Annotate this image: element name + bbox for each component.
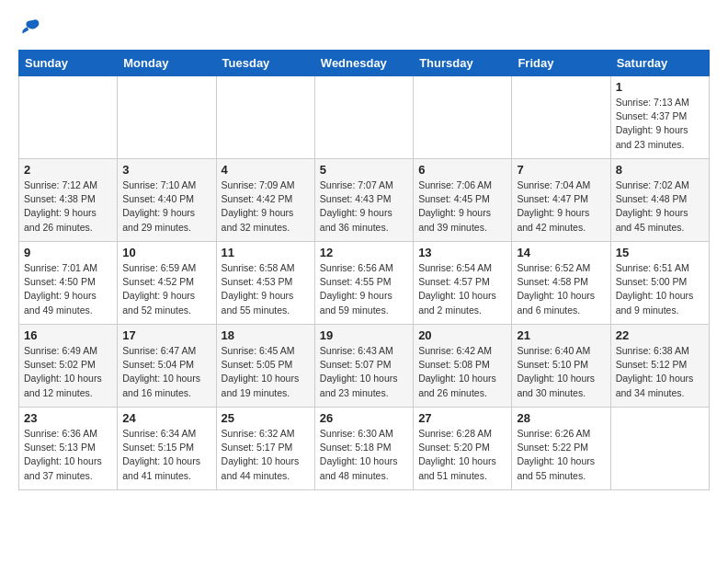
calendar-cell: 23Sunrise: 6:36 AM Sunset: 5:13 PM Dayli… — [19, 408, 118, 490]
day-info: Sunrise: 7:01 AM Sunset: 4:50 PM Dayligh… — [24, 261, 112, 317]
day-number: 18 — [222, 328, 310, 342]
calendar-cell: 20Sunrise: 6:42 AM Sunset: 5:08 PM Dayli… — [414, 325, 512, 408]
calendar-cell: 18Sunrise: 6:45 AM Sunset: 5:05 PM Dayli… — [216, 325, 314, 408]
day-number: 22 — [616, 328, 704, 342]
day-number: 8 — [616, 163, 704, 177]
day-info: Sunrise: 7:13 AM Sunset: 4:37 PM Dayligh… — [616, 96, 704, 152]
calendar-cell: 7Sunrise: 7:04 AM Sunset: 4:47 PM Daylig… — [512, 159, 610, 242]
day-info: Sunrise: 6:58 AM Sunset: 4:53 PM Dayligh… — [222, 261, 310, 317]
calendar-cell: 4Sunrise: 7:09 AM Sunset: 4:42 PM Daylig… — [216, 159, 314, 242]
calendar-cell — [314, 76, 413, 159]
day-number: 13 — [418, 246, 506, 259]
column-header-friday: Friday — [512, 51, 610, 76]
day-number: 23 — [24, 411, 112, 425]
calendar-cell: 26Sunrise: 6:30 AM Sunset: 5:18 PM Dayli… — [314, 408, 413, 490]
calendar-cell: 8Sunrise: 7:02 AM Sunset: 4:48 PM Daylig… — [610, 159, 709, 242]
calendar-cell — [512, 76, 610, 159]
day-number: 26 — [320, 411, 408, 425]
day-number: 5 — [320, 163, 408, 177]
calendar-cell: 11Sunrise: 6:58 AM Sunset: 4:53 PM Dayli… — [216, 242, 314, 325]
day-number: 12 — [320, 246, 408, 259]
column-header-tuesday: Tuesday — [216, 51, 314, 76]
calendar-cell: 6Sunrise: 7:06 AM Sunset: 4:45 PM Daylig… — [414, 159, 512, 242]
day-number: 4 — [222, 163, 310, 177]
calendar-week-row: 2Sunrise: 7:12 AM Sunset: 4:38 PM Daylig… — [19, 159, 710, 242]
calendar-cell: 24Sunrise: 6:34 AM Sunset: 5:15 PM Dayli… — [118, 408, 216, 490]
day-number: 24 — [122, 411, 210, 425]
day-info: Sunrise: 7:10 AM Sunset: 4:40 PM Dayligh… — [122, 178, 210, 235]
day-info: Sunrise: 6:36 AM Sunset: 5:13 PM Dayligh… — [24, 427, 112, 483]
calendar-cell: 10Sunrise: 6:59 AM Sunset: 4:52 PM Dayli… — [118, 242, 216, 325]
day-info: Sunrise: 6:38 AM Sunset: 5:12 PM Dayligh… — [616, 344, 704, 400]
calendar-week-row: 9Sunrise: 7:01 AM Sunset: 4:50 PM Daylig… — [19, 242, 710, 325]
calendar-cell: 5Sunrise: 7:07 AM Sunset: 4:43 PM Daylig… — [314, 159, 413, 242]
calendar-cell: 9Sunrise: 7:01 AM Sunset: 4:50 PM Daylig… — [19, 242, 118, 325]
day-info: Sunrise: 7:09 AM Sunset: 4:42 PM Dayligh… — [222, 178, 310, 235]
day-number: 16 — [24, 328, 112, 342]
calendar-cell: 14Sunrise: 6:52 AM Sunset: 4:58 PM Dayli… — [512, 242, 610, 325]
calendar-cell: 12Sunrise: 6:56 AM Sunset: 4:55 PM Dayli… — [314, 242, 413, 325]
day-info: Sunrise: 6:32 AM Sunset: 5:17 PM Dayligh… — [222, 427, 310, 483]
calendar-cell: 21Sunrise: 6:40 AM Sunset: 5:10 PM Dayli… — [512, 325, 610, 408]
day-info: Sunrise: 7:07 AM Sunset: 4:43 PM Dayligh… — [320, 178, 408, 235]
day-info: Sunrise: 7:04 AM Sunset: 4:47 PM Dayligh… — [517, 178, 605, 235]
calendar-cell — [19, 76, 118, 159]
day-info: Sunrise: 6:49 AM Sunset: 5:02 PM Dayligh… — [24, 344, 112, 400]
day-number: 25 — [222, 411, 310, 425]
day-number: 20 — [418, 328, 506, 342]
day-info: Sunrise: 6:43 AM Sunset: 5:07 PM Dayligh… — [320, 344, 408, 400]
column-header-thursday: Thursday — [414, 51, 512, 76]
day-number: 10 — [122, 246, 210, 259]
page-header — [18, 18, 710, 40]
day-info: Sunrise: 6:28 AM Sunset: 5:20 PM Dayligh… — [418, 427, 506, 483]
logo-bird-icon — [18, 18, 40, 37]
day-number: 3 — [122, 163, 210, 177]
calendar-cell: 16Sunrise: 6:49 AM Sunset: 5:02 PM Dayli… — [19, 325, 118, 408]
calendar-cell: 25Sunrise: 6:32 AM Sunset: 5:17 PM Dayli… — [216, 408, 314, 490]
day-info: Sunrise: 7:06 AM Sunset: 4:45 PM Dayligh… — [418, 178, 506, 235]
column-header-sunday: Sunday — [19, 51, 118, 76]
calendar-week-row: 23Sunrise: 6:36 AM Sunset: 5:13 PM Dayli… — [19, 408, 710, 490]
day-number: 28 — [517, 411, 605, 425]
column-header-wednesday: Wednesday — [314, 51, 413, 76]
calendar-cell: 2Sunrise: 7:12 AM Sunset: 4:38 PM Daylig… — [19, 159, 118, 242]
day-number: 19 — [320, 328, 408, 342]
column-header-saturday: Saturday — [610, 51, 709, 76]
day-number: 17 — [122, 328, 210, 342]
day-number: 2 — [24, 163, 112, 177]
day-info: Sunrise: 6:34 AM Sunset: 5:15 PM Dayligh… — [122, 427, 210, 483]
calendar-header-row: SundayMondayTuesdayWednesdayThursdayFrid… — [19, 51, 710, 76]
day-info: Sunrise: 6:56 AM Sunset: 4:55 PM Dayligh… — [320, 261, 408, 317]
day-info: Sunrise: 6:52 AM Sunset: 4:58 PM Dayligh… — [517, 261, 605, 317]
calendar-cell: 17Sunrise: 6:47 AM Sunset: 5:04 PM Dayli… — [118, 325, 216, 408]
calendar-cell — [216, 76, 314, 159]
calendar-cell — [414, 76, 512, 159]
day-number: 11 — [222, 246, 310, 259]
calendar-cell: 27Sunrise: 6:28 AM Sunset: 5:20 PM Dayli… — [414, 408, 512, 490]
day-info: Sunrise: 6:45 AM Sunset: 5:05 PM Dayligh… — [222, 344, 310, 400]
day-info: Sunrise: 6:47 AM Sunset: 5:04 PM Dayligh… — [122, 344, 210, 400]
calendar-table: SundayMondayTuesdayWednesdayThursdayFrid… — [18, 50, 710, 490]
day-info: Sunrise: 7:02 AM Sunset: 4:48 PM Dayligh… — [616, 178, 704, 235]
calendar-cell: 28Sunrise: 6:26 AM Sunset: 5:22 PM Dayli… — [512, 408, 610, 490]
logo — [18, 18, 44, 40]
day-info: Sunrise: 6:26 AM Sunset: 5:22 PM Dayligh… — [517, 427, 605, 483]
calendar-cell — [118, 76, 216, 159]
day-info: Sunrise: 6:59 AM Sunset: 4:52 PM Dayligh… — [122, 261, 210, 317]
day-info: Sunrise: 6:30 AM Sunset: 5:18 PM Dayligh… — [320, 427, 408, 483]
day-info: Sunrise: 7:12 AM Sunset: 4:38 PM Dayligh… — [24, 178, 112, 235]
day-info: Sunrise: 6:42 AM Sunset: 5:08 PM Dayligh… — [418, 344, 506, 400]
day-number: 1 — [616, 80, 704, 94]
day-number: 6 — [418, 163, 506, 177]
day-info: Sunrise: 6:51 AM Sunset: 5:00 PM Dayligh… — [616, 261, 704, 317]
column-header-monday: Monday — [118, 51, 216, 76]
calendar-cell: 13Sunrise: 6:54 AM Sunset: 4:57 PM Dayli… — [414, 242, 512, 325]
day-number: 7 — [517, 163, 605, 177]
calendar-cell: 22Sunrise: 6:38 AM Sunset: 5:12 PM Dayli… — [610, 325, 709, 408]
calendar-cell: 1Sunrise: 7:13 AM Sunset: 4:37 PM Daylig… — [610, 76, 709, 159]
day-number: 21 — [517, 328, 605, 342]
calendar-cell — [610, 408, 709, 490]
day-number: 9 — [24, 246, 112, 259]
day-number: 14 — [517, 246, 605, 259]
day-number: 27 — [418, 411, 506, 425]
